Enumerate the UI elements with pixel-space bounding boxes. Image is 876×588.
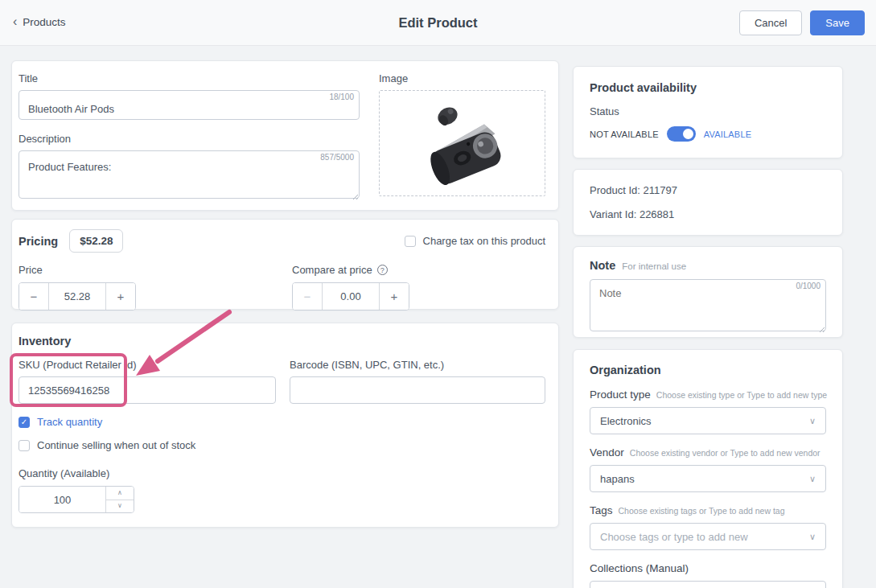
continue-selling-row[interactable]: Continue selling when out of stock xyxy=(19,439,545,451)
check-icon: ✓ xyxy=(21,418,27,426)
compare-price-stepper: − + xyxy=(292,282,409,310)
sidebar-column: Product availability Status NOT AVAILABL… xyxy=(573,66,843,588)
price-increment-button[interactable]: + xyxy=(105,283,135,310)
vendor-select[interactable]: hapans ∨ xyxy=(590,465,826,492)
note-textarea[interactable] xyxy=(590,279,826,331)
image-section: Image xyxy=(379,72,545,197)
note-card: Note For internal use 0/1000 xyxy=(573,246,843,338)
topbar-actions: Cancel Save xyxy=(739,10,865,35)
availability-heading: Product availability xyxy=(590,81,826,94)
chevron-down-icon: ∨ xyxy=(809,474,816,484)
inventory-heading: Inventory xyxy=(19,335,545,347)
track-quantity-label: Track quantity xyxy=(37,416,102,428)
charge-tax-label: Charge tax on this product xyxy=(423,235,545,247)
quantity-spin-up-button[interactable]: ∧ xyxy=(106,487,134,500)
barcode-label: Barcode (ISBN, UPC, GTIN, etc.) xyxy=(290,359,545,371)
charge-tax-checkbox-row[interactable]: Charge tax on this product xyxy=(405,235,545,247)
save-button[interactable]: Save xyxy=(810,10,865,35)
sku-label: SKU (Product Retailer Id) xyxy=(19,359,290,371)
compare-price-input[interactable] xyxy=(323,283,379,310)
compare-increment-button[interactable]: + xyxy=(379,283,409,310)
inventory-card: Inventory SKU (Product Retailer Id) Barc… xyxy=(11,323,559,528)
quantity-stepper: ∧ ∨ xyxy=(19,486,134,513)
collections-label: Collections (Manual) xyxy=(590,562,689,574)
tags-placeholder: Choose tags or type to add new xyxy=(600,531,809,543)
organization-heading: Organization xyxy=(590,364,826,376)
description-textarea[interactable]: Product Features: xyxy=(19,150,360,199)
sku-input[interactable] xyxy=(19,376,276,404)
ids-card: Product Id: 211797 Variant Id: 226881 xyxy=(573,169,843,236)
available-label: AVAILABLE xyxy=(704,130,751,139)
vendor-label: Vendor xyxy=(590,446,624,458)
help-icon[interactable]: ? xyxy=(377,265,388,275)
charge-tax-checkbox[interactable] xyxy=(405,236,416,247)
compare-decrement-button[interactable]: − xyxy=(293,283,323,310)
price-decrement-button[interactable]: − xyxy=(19,283,49,310)
tags-hint: Choose existing tags or Type to add new … xyxy=(619,506,785,516)
image-label: Image xyxy=(379,72,545,84)
title-label: Title xyxy=(19,72,360,84)
pricing-heading: Pricing xyxy=(19,235,58,248)
barcode-input[interactable] xyxy=(290,376,545,404)
compare-price-label: Compare at price xyxy=(292,264,372,276)
vendor-hint: Choose existing vendor or Type to add ne… xyxy=(630,448,820,458)
vendor-value: hapans xyxy=(600,473,809,485)
pricing-card: Pricing $52.28 Charge tax on this produc… xyxy=(11,219,559,310)
availability-toggle[interactable] xyxy=(667,126,696,142)
basic-left-column: Title 18/100 Description Product Feature… xyxy=(19,72,360,197)
not-available-label: NOT AVAILABLE xyxy=(590,130,659,139)
continue-selling-label: Continue selling when out of stock xyxy=(37,439,195,451)
note-hint: For internal use xyxy=(622,261,686,271)
note-heading: Note xyxy=(590,259,615,272)
price-stepper: − + xyxy=(19,282,136,310)
cancel-button[interactable]: Cancel xyxy=(739,10,802,35)
product-type-hint: Choose existing type or Type to add new … xyxy=(656,390,827,400)
availability-card: Product availability Status NOT AVAILABL… xyxy=(573,66,843,158)
quantity-spin-down-button[interactable]: ∨ xyxy=(106,500,134,513)
chevron-down-icon: ∨ xyxy=(809,416,816,426)
title-input[interactable] xyxy=(19,90,360,120)
main-column: Title 18/100 Description Product Feature… xyxy=(11,60,559,528)
tags-select[interactable]: Choose tags or type to add new ∨ xyxy=(590,523,826,550)
product-image-earbuds xyxy=(394,96,531,191)
organization-card: Organization Product type Choose existin… xyxy=(573,349,843,588)
tags-label: Tags xyxy=(590,504,613,516)
product-type-select[interactable]: Electronics ∨ xyxy=(590,407,826,434)
variant-id-text: Variant Id: 226881 xyxy=(590,208,826,220)
product-id-text: Product Id: 211797 xyxy=(590,184,826,196)
collections-select[interactable]: Choose collections ∨ xyxy=(590,581,826,588)
basic-info-card: Title 18/100 Description Product Feature… xyxy=(11,60,559,211)
status-label: Status xyxy=(590,105,826,117)
product-type-label: Product type xyxy=(590,389,651,401)
price-input[interactable] xyxy=(49,283,105,310)
quantity-label: Quantity (Available) xyxy=(19,467,545,479)
product-image-dropzone[interactable] xyxy=(379,90,545,196)
continue-selling-checkbox[interactable] xyxy=(19,440,30,451)
track-quantity-checkbox[interactable]: ✓ xyxy=(19,417,30,428)
track-quantity-row[interactable]: ✓ Track quantity xyxy=(19,416,545,428)
current-price-badge: $52.28 xyxy=(69,229,123,253)
quantity-input[interactable] xyxy=(19,487,105,512)
description-label: Description xyxy=(19,133,360,145)
top-bar: ‹ Products Edit Product Cancel Save xyxy=(0,0,876,46)
price-label: Price xyxy=(19,264,292,276)
toggle-knob xyxy=(681,127,695,141)
product-type-value: Electronics xyxy=(600,415,809,427)
chevron-down-icon: ∨ xyxy=(809,532,816,542)
